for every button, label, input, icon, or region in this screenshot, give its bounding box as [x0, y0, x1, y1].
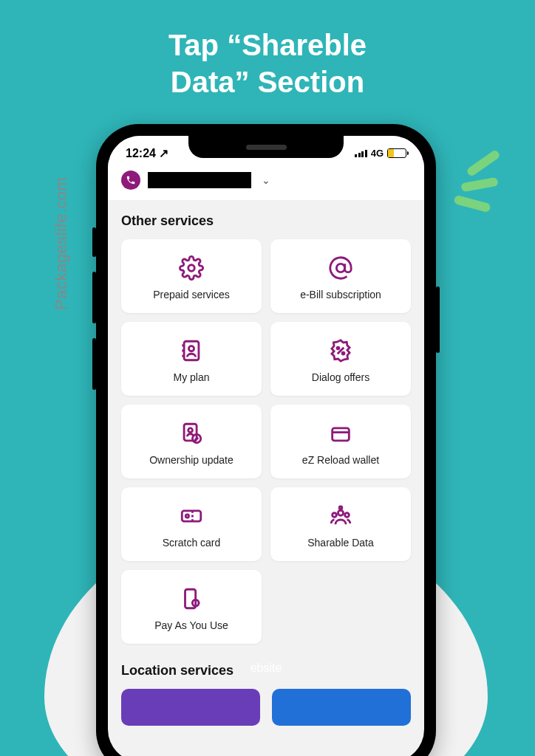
id-check-icon [178, 420, 205, 447]
watermark-text: Packageslife.com [52, 177, 71, 310]
card-prepaid-services[interactable]: Prepaid services [121, 239, 262, 313]
card-label: Pay As You Use [154, 619, 228, 631]
occluded-text-hint: ebsite [251, 662, 282, 675]
card-pay-as-you-use[interactable]: Pay As You Use [121, 570, 262, 644]
svg-point-13 [333, 513, 337, 518]
wallet-icon [327, 420, 354, 447]
phone-account-icon [121, 171, 140, 190]
card-ez-reload-wallet[interactable]: eZ Reload wallet [270, 405, 411, 478]
location-card-purple[interactable] [121, 689, 260, 726]
phone-notch [188, 136, 344, 158]
at-sign-icon [327, 255, 354, 281]
svg-point-0 [188, 265, 195, 272]
svg-point-11 [185, 515, 188, 518]
svg-point-14 [345, 513, 350, 518]
phone-frame: 12:24 ↗ 4G ⌄ Other services Prepa [96, 124, 436, 756]
card-label: eZ Reload wallet [302, 454, 379, 466]
network-label: 4G [371, 148, 384, 159]
accent-lines-decoration [446, 155, 505, 214]
section-title-other-services: Other services [121, 213, 411, 229]
status-time: 12:24 ↗ [126, 146, 168, 160]
svg-point-1 [336, 264, 344, 272]
chevron-down-icon[interactable]: ⌄ [262, 174, 270, 186]
svg-point-3 [188, 346, 194, 351]
location-card-blue[interactable] [272, 689, 411, 726]
phone-screen: 12:24 ↗ 4G ⌄ Other services Prepa [108, 136, 424, 756]
svg-point-7 [188, 428, 193, 433]
card-ownership-update[interactable]: Ownership update [121, 405, 262, 478]
app-header: ⌄ [108, 166, 424, 200]
percent-badge-icon [327, 337, 354, 364]
svg-point-4 [337, 347, 339, 349]
signal-icon [355, 150, 367, 157]
card-ebill-subscription[interactable]: e-Bill subscription [270, 239, 411, 313]
card-label: My plan [173, 371, 209, 383]
battery-icon [387, 148, 406, 158]
account-number-redacted [148, 172, 251, 188]
card-label: Ownership update [149, 454, 234, 466]
card-label: Sharable Data [307, 537, 374, 549]
gear-icon [178, 255, 205, 281]
card-label: Prepaid services [153, 289, 230, 300]
card-my-plan[interactable]: My plan [121, 322, 262, 396]
svg-point-15 [339, 506, 342, 509]
card-label: e-Bill subscription [300, 289, 381, 300]
svg-point-12 [338, 510, 343, 515]
ticket-icon [178, 503, 205, 529]
card-scratch-card[interactable]: Scratch card [121, 487, 262, 561]
svg-point-5 [342, 352, 344, 354]
card-sharable-data[interactable]: Sharable Data [270, 487, 411, 561]
page-heading: Tap “Shareble Data” Section [0, 0, 535, 100]
card-dialog-offers[interactable]: Dialog offers [270, 322, 411, 396]
svg-rect-9 [333, 428, 350, 441]
card-label: Scratch card [163, 537, 221, 549]
contact-book-icon [178, 337, 205, 364]
location-services-cards [121, 689, 411, 726]
user-group-icon [327, 503, 354, 529]
phone-gear-icon [178, 585, 205, 612]
card-label: Dialog offers [312, 371, 369, 383]
services-grid: Prepaid services e-Bill subscription My … [121, 239, 411, 644]
